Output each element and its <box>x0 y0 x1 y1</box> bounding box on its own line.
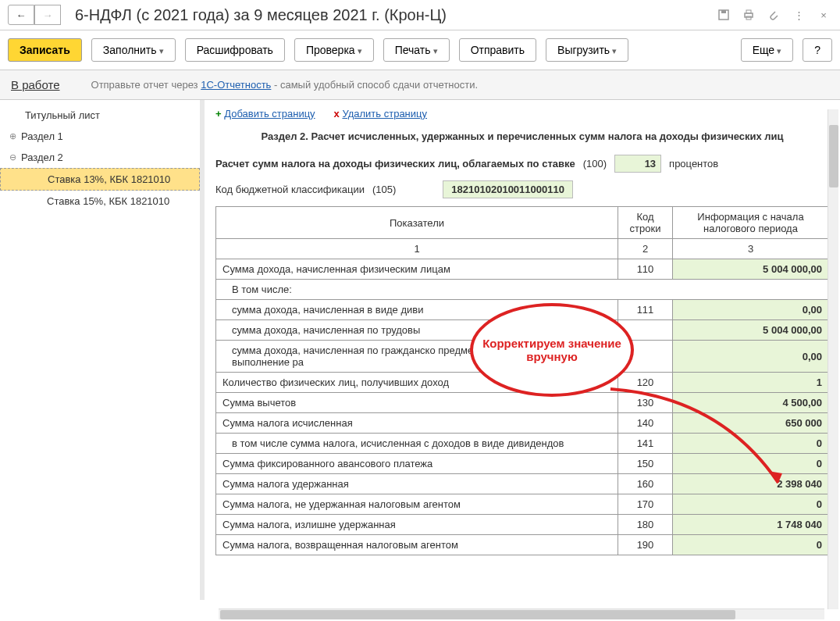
row-code: 110 <box>618 259 673 280</box>
row-code <box>618 320 673 341</box>
kbk-value-input[interactable]: 18210102010011000110 <box>443 180 573 198</box>
row-code: 180 <box>618 515 673 535</box>
row-code: 111 <box>618 300 673 320</box>
data-grid: Показатели Код строки Информация с начал… <box>215 206 829 555</box>
table-row: Сумма налога, излишне удержанная1801 748… <box>216 515 829 535</box>
row-label: сумма дохода, начисленная по гражданско … <box>216 341 618 373</box>
row-label: Сумма налога, излишне удержанная <box>216 515 618 535</box>
collapse-icon: ⊖ <box>9 152 16 162</box>
row-label: Сумма налога, возвращенная налоговым аге… <box>216 535 618 555</box>
row-label: сумма дохода, начисленная в виде диви <box>216 300 618 320</box>
row-label: В том числе: <box>216 280 829 300</box>
nav-back-button[interactable]: ← <box>8 5 34 25</box>
row-code: 130 <box>618 393 673 413</box>
report-service-link[interactable]: 1С-Отчетность <box>201 79 271 91</box>
row-value-cell[interactable]: 0,00 <box>673 300 829 320</box>
tree-section1[interactable]: ⊕Раздел 1 <box>0 126 200 147</box>
row-value-cell[interactable]: 0 <box>673 494 829 515</box>
row-value-cell[interactable]: 0 <box>673 434 829 454</box>
table-row: Сумма дохода, начисленная физическим лиц… <box>216 259 829 280</box>
table-row: в том числе сумма налога, исчисленная с … <box>216 434 829 454</box>
row-code: 170 <box>618 494 673 515</box>
kbk-code: (105) <box>372 184 396 195</box>
table-row: сумма дохода, начисленная по трудовы5 00… <box>216 320 829 341</box>
delete-page-button[interactable]: x Удалить страницу <box>334 108 427 120</box>
rate-label: Расчет сумм налога на доходы физических … <box>215 158 575 170</box>
table-row: Количество физических лиц, получивших до… <box>216 373 829 393</box>
rate-code: (100) <box>583 158 607 170</box>
section-header: Раздел 2. Расчет исчисленных, удержанных… <box>247 130 798 142</box>
row-value-cell[interactable]: 0 <box>673 535 829 555</box>
kbk-label: Код бюджетной классификации <box>215 184 365 195</box>
table-row: Сумма налога, возвращенная налоговым аге… <box>216 535 829 555</box>
table-row: Сумма фиксированного авансового платежа1… <box>216 454 829 474</box>
tree-title-page[interactable]: Титульный лист <box>0 105 200 126</box>
row-code <box>618 341 673 373</box>
print-button[interactable]: Печать <box>383 38 450 62</box>
table-row: сумма дохода, начисленная по гражданско … <box>216 341 829 373</box>
row-label: Сумма налога, не удержанная налоговым аг… <box>216 494 618 515</box>
row-value-cell[interactable]: 1 <box>673 373 829 393</box>
grid-header-info: Информация с начала налогового периода <box>673 207 829 239</box>
row-label: сумма дохода, начисленная по трудовы <box>216 320 618 341</box>
row-value-cell[interactable]: 5 004 000,00 <box>673 259 829 280</box>
tree-rate13[interactable]: Ставка 13%, КБК 1821010 <box>0 168 200 191</box>
write-button[interactable]: Записать <box>8 38 82 62</box>
grid-header-code: Код строки <box>618 207 673 239</box>
window-title: 6-НДФЛ (с 2021 года) за 9 месяцев 2021 г… <box>75 6 715 24</box>
row-value-cell[interactable]: 650 000 <box>673 413 829 434</box>
table-row: Сумма вычетов1304 500,00 <box>216 393 829 413</box>
row-value-cell[interactable]: 4 500,00 <box>673 393 829 413</box>
row-label: Сумма дохода, начисленная физическим лиц… <box>216 259 618 280</box>
rate-suffix: процентов <box>669 158 718 170</box>
table-row: Сумма налога исчисленная140650 000 <box>216 413 829 434</box>
grid-header-indicators: Показатели <box>216 207 618 239</box>
row-value-cell[interactable]: 2 398 040 <box>673 474 829 494</box>
row-code: 120 <box>618 373 673 393</box>
tree-section2[interactable]: ⊖Раздел 2 <box>0 147 200 168</box>
table-row: Сумма налога, не удержанная налоговым аг… <box>216 494 829 515</box>
row-code: 141 <box>618 434 673 454</box>
tree-rate15[interactable]: Ставка 15%, КБК 1821010 <box>0 191 200 212</box>
row-label: Сумма вычетов <box>216 393 618 413</box>
row-label: Сумма налога удержанная <box>216 474 618 494</box>
help-button[interactable]: ? <box>803 38 832 62</box>
table-row: В том числе: <box>216 280 829 300</box>
rate-value-input[interactable]: 13 <box>614 155 661 173</box>
svg-rect-1 <box>721 10 726 13</box>
fill-button[interactable]: Заполнить <box>91 38 176 62</box>
more-button[interactable]: Еще <box>741 38 794 62</box>
close-icon[interactable]: × <box>815 6 832 23</box>
row-code: 190 <box>618 535 673 555</box>
table-row: Сумма налога удержанная1602 398 040 <box>216 474 829 494</box>
row-code: 160 <box>618 474 673 494</box>
table-row: сумма дохода, начисленная в виде диви111… <box>216 300 829 320</box>
row-code: 150 <box>618 454 673 474</box>
print-icon[interactable] <box>740 6 757 23</box>
check-button[interactable]: Проверка <box>294 38 374 62</box>
export-button[interactable]: Выгрузить <box>546 38 628 62</box>
sidebar-tree: Титульный лист ⊕Раздел 1 ⊖Раздел 2 Ставк… <box>0 100 205 600</box>
more-vertical-icon[interactable]: ⋮ <box>790 6 807 23</box>
row-label: Количество физических лиц, получивших до… <box>216 373 618 393</box>
save-icon[interactable] <box>715 6 732 23</box>
decode-button[interactable]: Расшифровать <box>185 38 285 62</box>
paperclip-icon[interactable] <box>765 6 782 23</box>
add-page-button[interactable]: + Добавить страницу <box>215 108 315 120</box>
row-label: Сумма налога исчисленная <box>216 413 618 434</box>
row-value-cell[interactable]: 1 748 040 <box>673 515 829 535</box>
vertical-scrollbar[interactable] <box>828 109 838 600</box>
row-value-cell[interactable]: 5 004 000,00 <box>673 320 829 341</box>
row-value-cell[interactable]: 0,00 <box>673 341 829 373</box>
nav-forward-button[interactable]: → <box>34 5 61 25</box>
row-value-cell[interactable]: 0 <box>673 454 829 474</box>
send-button[interactable]: Отправить <box>459 38 536 62</box>
expand-icon: ⊕ <box>9 131 16 141</box>
row-code: 140 <box>618 413 673 434</box>
status-message: Отправьте отчет через 1С-Отчетность - са… <box>91 79 479 91</box>
row-label: в том числе сумма налога, исчисленная с … <box>216 434 618 454</box>
status-state-link[interactable]: В работе <box>11 78 60 91</box>
row-label: Сумма фиксированного авансового платежа <box>216 454 618 474</box>
